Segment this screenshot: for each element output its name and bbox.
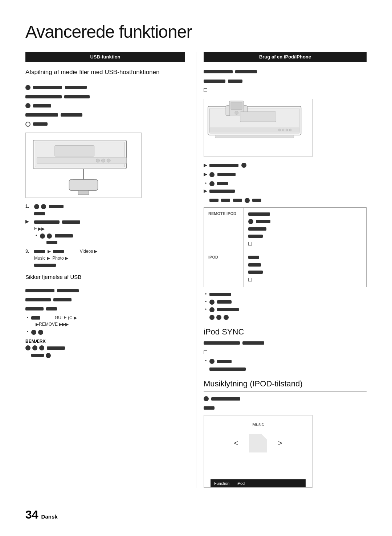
footer-function: Function xyxy=(214,481,229,486)
sync-line-2 xyxy=(204,349,367,356)
svg-point-4 xyxy=(96,159,100,162)
music-screen-inner: Music < > xyxy=(211,422,306,479)
right-intro-1 xyxy=(204,68,367,75)
sikker-bullet-1: GULE (C ▶ ▶REMOVE ▶▶▶ xyxy=(25,314,185,328)
usb-body-3 xyxy=(25,102,185,109)
musik-line-1 xyxy=(204,395,367,402)
page-lang: Dansk xyxy=(41,513,58,520)
usb-device-image xyxy=(25,133,142,198)
music-nav-row: < > xyxy=(234,434,282,452)
main-content: USB-funktion Afspilning af medie filer m… xyxy=(25,52,367,488)
right-item-2: ▶ xyxy=(204,171,367,178)
music-icon xyxy=(249,434,267,452)
svg-point-6 xyxy=(107,159,110,162)
usb-body-4 xyxy=(25,111,185,118)
step-1: 1. xyxy=(25,203,185,217)
step-3: 3. ▶ Videos ▶ Music ▶ Photo ▶ xyxy=(25,248,185,269)
music-screen: Music < > Function iPod xyxy=(204,415,313,488)
svg-point-5 xyxy=(101,159,105,162)
usb-header: USB-funktion xyxy=(25,52,185,62)
after-table-bullet-1 xyxy=(204,291,367,297)
sikker-body-3 xyxy=(25,305,185,312)
page-footer: 34 Dansk xyxy=(25,508,58,521)
music-screen-footer: Function iPod xyxy=(211,479,306,487)
note-label: BEMÆRK xyxy=(25,339,185,344)
prev-arrow: < xyxy=(234,439,238,447)
sync-bullet-1 xyxy=(204,358,367,364)
left-column: USB-funktion Afspilning af medie filer m… xyxy=(25,52,196,488)
sync-sub xyxy=(209,365,367,372)
page-title: Avancerede funktioner xyxy=(25,22,367,42)
sikker-bullet-2 xyxy=(25,329,185,335)
usb-section-heading: Afspilning af medie filer med USB-hostfu… xyxy=(25,68,185,76)
right-item-3-sub xyxy=(209,197,367,204)
right-item-3: ▶ xyxy=(204,188,367,195)
right-intro-checkbox xyxy=(204,86,367,93)
ipod-content xyxy=(244,251,367,287)
remote-ipod-label: REMOTE IPOD xyxy=(204,208,244,251)
page: Avancerede funktioner USB-funktion Afspi… xyxy=(0,0,392,536)
divider xyxy=(25,80,185,80)
note-block: BEMÆRK xyxy=(25,339,185,358)
svg-point-19 xyxy=(278,129,281,131)
musik-divider xyxy=(204,391,367,392)
right-intro-2 xyxy=(204,77,367,84)
svg-point-21 xyxy=(286,129,288,131)
footer-ipod: iPod xyxy=(237,481,245,486)
svg-rect-17 xyxy=(240,111,276,122)
ipod-label: IPOD xyxy=(204,251,244,287)
ipod-mode-table: REMOTE IPOD IP xyxy=(204,207,367,287)
sikker-body-2 xyxy=(25,296,185,303)
svg-rect-23 xyxy=(215,135,294,138)
svg-rect-15 xyxy=(231,102,242,109)
next-arrow: > xyxy=(278,439,282,447)
ipod-sync-heading: iPod SYNC xyxy=(204,327,367,337)
ipod-header: Brug af en iPod/iPhone xyxy=(204,52,367,62)
after-table-bullet-2 xyxy=(204,299,367,305)
musik-line-2 xyxy=(204,405,367,411)
svg-rect-10 xyxy=(78,190,89,195)
svg-rect-9 xyxy=(69,180,98,191)
svg-point-22 xyxy=(289,129,291,131)
after-table-bullet-3 xyxy=(204,306,367,313)
page-number: 34 xyxy=(25,508,38,521)
remote-ipod-content xyxy=(244,208,367,251)
note-line-2 xyxy=(25,352,185,358)
after-table-sub xyxy=(209,314,367,321)
svg-point-16 xyxy=(235,111,238,114)
right-item-1: ▶ xyxy=(204,162,367,169)
usb-body-1 xyxy=(25,84,185,91)
step-2: ▶ F ▶▶ xyxy=(25,218,185,246)
step-2-bullet xyxy=(34,232,80,245)
right-column: Brug af en iPod/iPhone xyxy=(196,52,367,488)
ipod-device-image xyxy=(204,99,313,157)
svg-rect-2 xyxy=(55,146,94,157)
usb-body-5 xyxy=(25,121,185,127)
svg-rect-3 xyxy=(37,157,126,164)
musiklytning-heading: Musiklytning (IPOD-tilstand) xyxy=(204,379,367,389)
table-row-remote: REMOTE IPOD xyxy=(204,208,367,251)
steps-list: 1. ▶ F ▶▶ xyxy=(25,203,185,269)
right-bullet-1 xyxy=(204,180,367,187)
music-label: Music xyxy=(252,422,264,427)
sync-line-1 xyxy=(204,340,367,346)
sikker-divider xyxy=(25,283,185,283)
usb-body-2 xyxy=(25,93,185,100)
sikker-heading: Sikker fjernelse af USB xyxy=(25,274,185,280)
note-line-1 xyxy=(25,345,185,351)
svg-point-20 xyxy=(282,129,284,131)
sikker-body-1 xyxy=(25,287,185,294)
table-row-ipod: IPOD xyxy=(204,251,367,287)
